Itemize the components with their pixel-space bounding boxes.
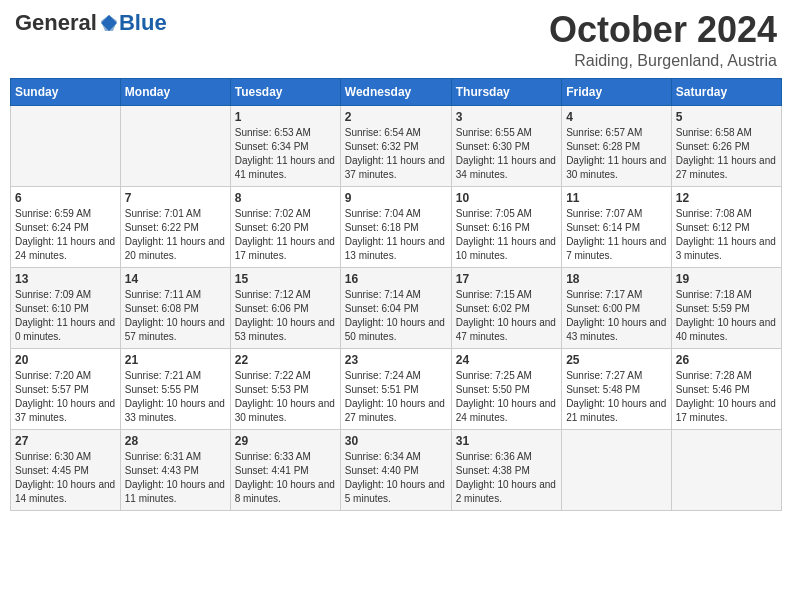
day-info: Sunrise: 6:34 AM Sunset: 4:40 PM Dayligh… [345,450,447,506]
day-info: Sunrise: 6:55 AM Sunset: 6:30 PM Dayligh… [456,126,557,182]
calendar-cell: 13Sunrise: 7:09 AM Sunset: 6:10 PM Dayli… [11,267,121,348]
day-info: Sunrise: 7:15 AM Sunset: 6:02 PM Dayligh… [456,288,557,344]
day-number: 17 [456,272,557,286]
calendar-cell: 15Sunrise: 7:12 AM Sunset: 6:06 PM Dayli… [230,267,340,348]
calendar-cell: 3Sunrise: 6:55 AM Sunset: 6:30 PM Daylig… [451,105,561,186]
day-number: 29 [235,434,336,448]
calendar-header: SundayMondayTuesdayWednesdayThursdayFrid… [11,78,782,105]
day-number: 25 [566,353,667,367]
calendar-cell: 23Sunrise: 7:24 AM Sunset: 5:51 PM Dayli… [340,348,451,429]
day-number: 22 [235,353,336,367]
logo-icon [99,13,119,33]
calendar-cell: 7Sunrise: 7:01 AM Sunset: 6:22 PM Daylig… [120,186,230,267]
header-day-saturday: Saturday [671,78,781,105]
logo-general-text: General [15,10,97,36]
day-info: Sunrise: 7:12 AM Sunset: 6:06 PM Dayligh… [235,288,336,344]
day-number: 21 [125,353,226,367]
calendar-cell: 29Sunrise: 6:33 AM Sunset: 4:41 PM Dayli… [230,429,340,510]
day-number: 4 [566,110,667,124]
calendar-cell: 18Sunrise: 7:17 AM Sunset: 6:00 PM Dayli… [562,267,672,348]
day-info: Sunrise: 7:20 AM Sunset: 5:57 PM Dayligh… [15,369,116,425]
title-section: October 2024 Raiding, Burgenland, Austri… [549,10,777,70]
calendar-cell: 22Sunrise: 7:22 AM Sunset: 5:53 PM Dayli… [230,348,340,429]
day-number: 24 [456,353,557,367]
day-number: 28 [125,434,226,448]
day-number: 26 [676,353,777,367]
day-number: 23 [345,353,447,367]
day-info: Sunrise: 6:57 AM Sunset: 6:28 PM Dayligh… [566,126,667,182]
month-title: October 2024 [549,10,777,50]
day-info: Sunrise: 7:09 AM Sunset: 6:10 PM Dayligh… [15,288,116,344]
day-number: 30 [345,434,447,448]
day-number: 14 [125,272,226,286]
day-number: 16 [345,272,447,286]
day-info: Sunrise: 7:04 AM Sunset: 6:18 PM Dayligh… [345,207,447,263]
calendar-cell [671,429,781,510]
header-day-friday: Friday [562,78,672,105]
calendar-table: SundayMondayTuesdayWednesdayThursdayFrid… [10,78,782,511]
svg-marker-1 [101,15,117,31]
day-number: 10 [456,191,557,205]
calendar-cell: 26Sunrise: 7:28 AM Sunset: 5:46 PM Dayli… [671,348,781,429]
day-number: 13 [15,272,116,286]
day-number: 27 [15,434,116,448]
day-info: Sunrise: 6:33 AM Sunset: 4:41 PM Dayligh… [235,450,336,506]
day-number: 2 [345,110,447,124]
day-number: 6 [15,191,116,205]
calendar-cell: 6Sunrise: 6:59 AM Sunset: 6:24 PM Daylig… [11,186,121,267]
day-info: Sunrise: 7:08 AM Sunset: 6:12 PM Dayligh… [676,207,777,263]
calendar-cell: 1Sunrise: 6:53 AM Sunset: 6:34 PM Daylig… [230,105,340,186]
calendar-week-2: 6Sunrise: 6:59 AM Sunset: 6:24 PM Daylig… [11,186,782,267]
day-info: Sunrise: 6:54 AM Sunset: 6:32 PM Dayligh… [345,126,447,182]
logo-blue-text: Blue [119,10,167,36]
calendar-cell: 2Sunrise: 6:54 AM Sunset: 6:32 PM Daylig… [340,105,451,186]
day-number: 20 [15,353,116,367]
calendar-cell: 16Sunrise: 7:14 AM Sunset: 6:04 PM Dayli… [340,267,451,348]
day-number: 11 [566,191,667,205]
day-info: Sunrise: 7:05 AM Sunset: 6:16 PM Dayligh… [456,207,557,263]
day-number: 19 [676,272,777,286]
header-day-tuesday: Tuesday [230,78,340,105]
day-info: Sunrise: 7:02 AM Sunset: 6:20 PM Dayligh… [235,207,336,263]
day-number: 31 [456,434,557,448]
day-info: Sunrise: 7:01 AM Sunset: 6:22 PM Dayligh… [125,207,226,263]
day-number: 8 [235,191,336,205]
calendar-cell [562,429,672,510]
header-day-sunday: Sunday [11,78,121,105]
header-day-thursday: Thursday [451,78,561,105]
calendar-cell: 11Sunrise: 7:07 AM Sunset: 6:14 PM Dayli… [562,186,672,267]
calendar-cell: 27Sunrise: 6:30 AM Sunset: 4:45 PM Dayli… [11,429,121,510]
day-info: Sunrise: 7:14 AM Sunset: 6:04 PM Dayligh… [345,288,447,344]
calendar-cell: 25Sunrise: 7:27 AM Sunset: 5:48 PM Dayli… [562,348,672,429]
calendar-cell: 20Sunrise: 7:20 AM Sunset: 5:57 PM Dayli… [11,348,121,429]
calendar-cell: 21Sunrise: 7:21 AM Sunset: 5:55 PM Dayli… [120,348,230,429]
calendar-cell: 8Sunrise: 7:02 AM Sunset: 6:20 PM Daylig… [230,186,340,267]
calendar-cell [11,105,121,186]
day-info: Sunrise: 7:25 AM Sunset: 5:50 PM Dayligh… [456,369,557,425]
day-info: Sunrise: 6:59 AM Sunset: 6:24 PM Dayligh… [15,207,116,263]
calendar-cell: 5Sunrise: 6:58 AM Sunset: 6:26 PM Daylig… [671,105,781,186]
calendar-cell: 30Sunrise: 6:34 AM Sunset: 4:40 PM Dayli… [340,429,451,510]
calendar-cell: 9Sunrise: 7:04 AM Sunset: 6:18 PM Daylig… [340,186,451,267]
day-info: Sunrise: 6:31 AM Sunset: 4:43 PM Dayligh… [125,450,226,506]
day-number: 1 [235,110,336,124]
day-info: Sunrise: 6:36 AM Sunset: 4:38 PM Dayligh… [456,450,557,506]
calendar-cell [120,105,230,186]
day-info: Sunrise: 7:27 AM Sunset: 5:48 PM Dayligh… [566,369,667,425]
calendar-week-4: 20Sunrise: 7:20 AM Sunset: 5:57 PM Dayli… [11,348,782,429]
calendar-cell: 14Sunrise: 7:11 AM Sunset: 6:08 PM Dayli… [120,267,230,348]
calendar-week-3: 13Sunrise: 7:09 AM Sunset: 6:10 PM Dayli… [11,267,782,348]
day-info: Sunrise: 7:22 AM Sunset: 5:53 PM Dayligh… [235,369,336,425]
header-day-monday: Monday [120,78,230,105]
day-number: 9 [345,191,447,205]
calendar-body: 1Sunrise: 6:53 AM Sunset: 6:34 PM Daylig… [11,105,782,510]
day-info: Sunrise: 7:07 AM Sunset: 6:14 PM Dayligh… [566,207,667,263]
calendar-cell: 28Sunrise: 6:31 AM Sunset: 4:43 PM Dayli… [120,429,230,510]
calendar-cell: 24Sunrise: 7:25 AM Sunset: 5:50 PM Dayli… [451,348,561,429]
header-day-wednesday: Wednesday [340,78,451,105]
calendar-cell: 10Sunrise: 7:05 AM Sunset: 6:16 PM Dayli… [451,186,561,267]
day-number: 7 [125,191,226,205]
calendar-cell: 31Sunrise: 6:36 AM Sunset: 4:38 PM Dayli… [451,429,561,510]
calendar-cell: 4Sunrise: 6:57 AM Sunset: 6:28 PM Daylig… [562,105,672,186]
day-info: Sunrise: 6:30 AM Sunset: 4:45 PM Dayligh… [15,450,116,506]
